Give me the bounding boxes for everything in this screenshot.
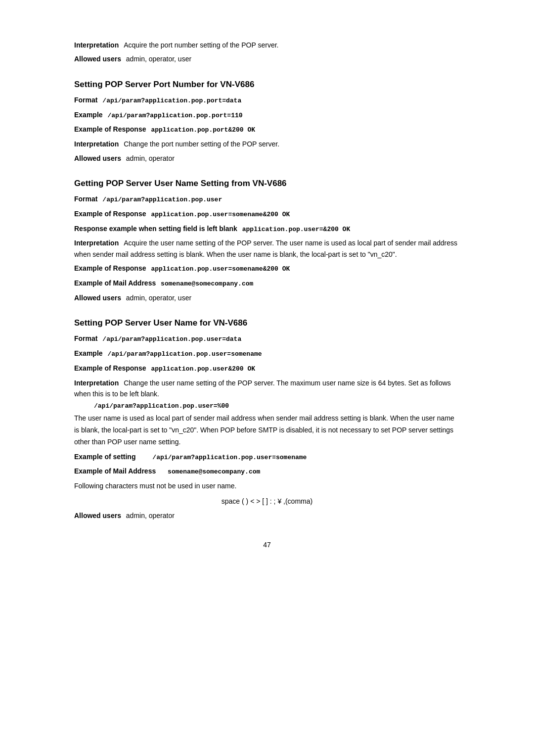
section1-interpretation-row: Interpretation Change the port number se…	[74, 139, 460, 149]
section2-title: Getting POP Server User Name Setting fro…	[74, 179, 460, 189]
section2-response-code: application.pop.user=somename&200 OK	[151, 211, 290, 218]
top-allowed-label: Allowed users	[74, 55, 121, 63]
section1-example-label: Example	[74, 111, 103, 119]
section1-format-code: /api/param?application.pop.port=data	[102, 97, 241, 104]
section2-response-blank-row: Response example when setting field is l…	[74, 223, 460, 235]
section3-setting-code: /api/param?application.pop.user=somename	[152, 454, 307, 461]
section3-interpretation-text: Change the user name setting of the POP …	[74, 379, 451, 398]
top-allowed-row: Allowed users admin, operator, user	[74, 53, 460, 64]
section-pop-user-set: Setting POP Server User Name for VN-V686…	[74, 318, 460, 521]
section2-allowed-label: Allowed users	[74, 294, 121, 302]
section1-allowed-row: Allowed users admin, operator	[74, 153, 460, 164]
section2-allowed-value: admin, operator, user	[126, 294, 191, 302]
section2-interpretation-row: Interpretation Acquire the user name set…	[74, 237, 460, 260]
section3-paragraph2: Following characters must not be used in…	[74, 480, 460, 492]
section2-response2-label: Example of Response	[74, 264, 146, 272]
section3-setting-row: Example of setting /api/param?applicatio…	[74, 451, 460, 463]
section3-allowed-value: admin, operator	[126, 512, 175, 520]
section3-chars-row: space ( ) < > [ ] : ; ¥ ,(comma)	[74, 497, 460, 505]
section3-response-row: Example of Response application.pop.user…	[74, 363, 460, 375]
section3-format-row: Format /api/param?application.pop.user=d…	[74, 333, 460, 345]
top-interpretation-text: Acquire the port number setting of the P…	[124, 41, 278, 49]
section3-allowed-row: Allowed users admin, operator	[74, 510, 460, 521]
page-number: 47	[74, 541, 460, 549]
section1-allowed-label: Allowed users	[74, 154, 121, 162]
section3-paragraph1: The user name is used as local part of s…	[74, 413, 460, 448]
section1-title: Setting POP Server Port Number for VN-V6…	[74, 80, 460, 90]
section3-example-row: Example /api/param?application.pop.user=…	[74, 348, 460, 360]
section1-response-row: Example of Response application.pop.port…	[74, 124, 460, 136]
page: Interpretation Acquire the port number s…	[0, 0, 534, 756]
section3-example-code: /api/param?application.pop.user=somename	[107, 350, 262, 358]
section2-mail-code: somename@somecompany.com	[161, 280, 253, 287]
section2-mail-label: Example of Mail Address	[74, 279, 156, 287]
top-allowed-value: admin, operator, user	[126, 55, 191, 63]
section3-setting-label: Example of setting	[74, 453, 135, 461]
section3-interpretation-label: Interpretation	[74, 379, 119, 387]
section3-format-code: /api/param?application.pop.user=data	[102, 335, 241, 343]
section2-response-blank-label: Response example when setting field is l…	[74, 225, 237, 233]
section1-example-row: Example /api/param?application.pop.port=…	[74, 109, 460, 121]
section1-allowed-value: admin, operator	[126, 154, 175, 162]
section2-allowed-row: Allowed users admin, operator, user	[74, 292, 460, 303]
section1-response-label: Example of Response	[74, 125, 146, 133]
section3-interpretation-row: Interpretation Change the user name sett…	[74, 378, 460, 400]
section3-format-label: Format	[74, 334, 97, 342]
section3-mail-row: Example of Mail Address somename@somecom…	[74, 466, 460, 477]
top-block: Interpretation Acquire the port number s…	[74, 40, 460, 65]
section2-format-code: /api/param?application.pop.user	[102, 196, 222, 203]
section3-response-label: Example of Response	[74, 364, 146, 372]
section2-response-row: Example of Response application.pop.user…	[74, 208, 460, 220]
section3-chars-display: space ( ) < > [ ] : ; ¥ ,(comma)	[222, 497, 312, 505]
section1-interpretation-text: Change the port number setting of the PO…	[124, 140, 279, 148]
section1-response-code: application.pop.port&200 OK	[151, 126, 255, 134]
section1-format-row: Format /api/param?application.pop.port=d…	[74, 94, 460, 106]
section3-mail-code: somename@somecompany.com	[168, 468, 260, 475]
section3-code-indent: /api/param?application.pop.user=%00	[74, 402, 460, 410]
section2-format-label: Format	[74, 195, 97, 203]
section-pop-user-get: Getting POP Server User Name Setting fro…	[74, 179, 460, 303]
section3-allowed-label: Allowed users	[74, 512, 121, 520]
section1-example-code: /api/param?application.pop.port=110	[107, 112, 242, 119]
section2-response2-code: application.pop.user=somename&200 OK	[151, 265, 290, 273]
section2-response-blank-code: application.pop.user=&200 OK	[242, 226, 350, 233]
top-interpretation-row: Interpretation Acquire the port number s…	[74, 40, 460, 50]
top-interpretation-label: Interpretation	[74, 41, 119, 49]
section3-response-code: application.pop.user&200 OK	[151, 365, 255, 373]
section3-example-label: Example	[74, 349, 103, 357]
section2-format-row: Format /api/param?application.pop.user	[74, 193, 460, 205]
section-pop-port-set: Setting POP Server Port Number for VN-V6…	[74, 80, 460, 164]
section2-response2-row: Example of Response application.pop.user…	[74, 263, 460, 275]
section3-mail-label: Example of Mail Address	[74, 467, 156, 475]
section2-mail-row: Example of Mail Address somename@somecom…	[74, 278, 460, 289]
section2-response-label: Example of Response	[74, 210, 146, 218]
section3-title: Setting POP Server User Name for VN-V686	[74, 318, 460, 328]
section3-code-indent-value: /api/param?application.pop.user=%00	[94, 402, 460, 410]
section2-interpretation-text: Acquire the user name setting of the POP…	[74, 239, 457, 258]
section2-interpretation-label: Interpretation	[74, 239, 119, 247]
section1-format-label: Format	[74, 96, 97, 104]
section1-interpretation-label: Interpretation	[74, 140, 119, 148]
